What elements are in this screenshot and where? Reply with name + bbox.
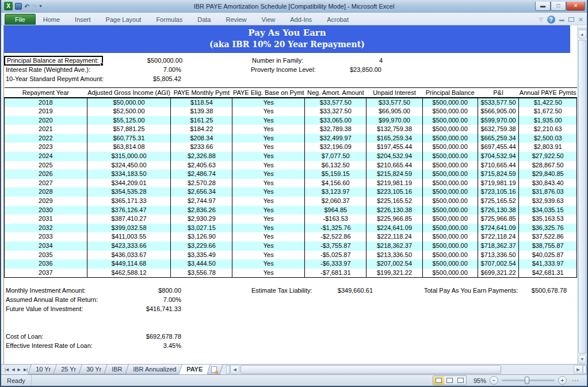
summary-label[interactable]: Monthly Investment Amount: bbox=[4, 287, 136, 294]
cell[interactable]: $66,905.00 bbox=[366, 107, 422, 116]
cell[interactable]: Yes bbox=[232, 143, 305, 152]
maximize-button[interactable]: □ bbox=[551, 2, 566, 11]
cell[interactable]: Yes bbox=[232, 259, 305, 269]
cell[interactable]: $33,577.50 bbox=[305, 98, 366, 108]
minimize-button[interactable]: ▬ bbox=[535, 2, 551, 11]
cell[interactable]: $500,000.00 bbox=[422, 116, 478, 125]
cell[interactable]: $208.34 bbox=[171, 134, 232, 143]
cell[interactable]: 2034 bbox=[5, 242, 87, 251]
scroll-up-icon[interactable]: ▲ bbox=[578, 30, 586, 39]
cell[interactable]: $399,032.58 bbox=[87, 224, 171, 233]
redo-icon[interactable]: ↷ bbox=[32, 2, 37, 10]
cell[interactable]: 2029 bbox=[5, 197, 87, 206]
cell[interactable]: $724,641.09 bbox=[478, 224, 518, 233]
workbook-restore-icon[interactable] bbox=[568, 17, 574, 22]
active-cell-selection[interactable]: Principal Balance at Repayment: bbox=[4, 56, 103, 66]
info-label[interactable]: Principal Balance at Repayment: bbox=[5, 57, 99, 64]
cell[interactable]: $204,532.94 bbox=[366, 152, 422, 161]
cell[interactable]: Yes bbox=[232, 98, 305, 108]
ribbon-tab-page-layout[interactable]: Page Layout bbox=[98, 14, 149, 25]
cell[interactable]: $32,789.38 bbox=[305, 125, 366, 134]
info-value[interactable]: $500,000.00 bbox=[103, 57, 182, 64]
cell[interactable]: $462,588.12 bbox=[87, 269, 171, 278]
summary-value[interactable]: 7.00% bbox=[136, 296, 181, 303]
horizontal-scroll-thumb[interactable] bbox=[240, 365, 501, 374]
column-header[interactable]: Adjusted Gross Income (AGI) bbox=[87, 88, 171, 98]
cell[interactable]: $3,229.66 bbox=[171, 242, 232, 251]
summary-label[interactable]: Total Pay As You Earn Payments: bbox=[422, 287, 513, 294]
cell[interactable]: Yes bbox=[232, 134, 305, 143]
cell[interactable]: $500,000.00 bbox=[422, 197, 478, 206]
cell[interactable]: $6,132.50 bbox=[305, 161, 366, 170]
cell[interactable]: -$2,522.86 bbox=[305, 232, 366, 242]
cell[interactable]: $99,970.00 bbox=[366, 116, 422, 125]
cell[interactable]: $500,000.00 bbox=[422, 161, 478, 170]
cell[interactable]: Yes bbox=[232, 125, 305, 134]
cell[interactable]: $500,000.00 bbox=[422, 259, 478, 269]
cell[interactable]: $27,922.50 bbox=[519, 152, 577, 161]
cell[interactable]: $161.25 bbox=[171, 116, 232, 125]
normal-view-button[interactable] bbox=[433, 376, 444, 385]
cell[interactable]: $118.54 bbox=[171, 98, 232, 108]
banner-subtitle[interactable]: (aka IBR 10% 20 Year Repayment) bbox=[4, 39, 570, 50]
cell[interactable]: -$5,025.87 bbox=[305, 251, 366, 260]
split-handle[interactable] bbox=[578, 25, 587, 29]
summary-value[interactable]: 3.45% bbox=[136, 342, 181, 349]
cell[interactable]: $1,672.50 bbox=[519, 107, 577, 116]
cell[interactable]: $40,025.87 bbox=[519, 251, 577, 260]
scroll-down-icon[interactable]: ▼ bbox=[578, 355, 586, 363]
cell[interactable]: $28,867.50 bbox=[519, 161, 577, 170]
cell[interactable]: $2,836.26 bbox=[171, 206, 232, 215]
cell[interactable]: $37,522.86 bbox=[519, 232, 577, 242]
cell[interactable]: $35,163.53 bbox=[519, 214, 577, 224]
zoom-slider[interactable] bbox=[502, 380, 555, 381]
cell[interactable]: $199,321.22 bbox=[366, 269, 422, 278]
cell[interactable]: Yes bbox=[232, 242, 305, 251]
cell[interactable]: $500,000.00 bbox=[422, 134, 478, 143]
cell[interactable]: Yes bbox=[232, 251, 305, 260]
cell[interactable]: $3,556.78 bbox=[171, 269, 232, 278]
cell[interactable]: 2030 bbox=[5, 206, 87, 215]
horizontal-scrollbar[interactable]: ◀ ▶ bbox=[226, 365, 587, 374]
cell[interactable]: $1,422.50 bbox=[519, 98, 577, 108]
cell[interactable]: $29,840.85 bbox=[519, 170, 577, 179]
cell[interactable]: -$163.53 bbox=[305, 214, 366, 224]
cell[interactable]: $3,444.50 bbox=[171, 259, 232, 269]
info-label[interactable]: Proverty Income Level: bbox=[249, 66, 323, 73]
column-header[interactable]: Neg. Amort. Amount bbox=[305, 88, 366, 98]
cell[interactable]: $500,000.00 bbox=[422, 179, 478, 188]
cell[interactable]: $436,033.67 bbox=[87, 251, 171, 260]
cell[interactable]: Yes bbox=[232, 197, 305, 206]
cell[interactable]: $500,000.00 bbox=[422, 269, 478, 278]
cell[interactable]: -$3,755.87 bbox=[305, 242, 366, 251]
cell[interactable]: $165,259.34 bbox=[366, 134, 422, 143]
cell[interactable]: 2024 bbox=[5, 152, 87, 161]
column-header[interactable]: Unpaid Interest bbox=[366, 88, 422, 98]
cell[interactable]: $60,775.31 bbox=[87, 134, 171, 143]
cell[interactable]: $632,759.38 bbox=[478, 125, 518, 134]
scroll-right-icon[interactable]: ▶ bbox=[574, 365, 583, 374]
cell[interactable]: $423,333.66 bbox=[87, 242, 171, 251]
summary-value[interactable]: $800.00 bbox=[136, 287, 181, 294]
cell[interactable]: $225,966.85 bbox=[366, 214, 422, 224]
page-break-view-button[interactable] bbox=[455, 376, 466, 385]
scroll-left-icon[interactable]: ◀ bbox=[230, 365, 239, 374]
cell[interactable]: $2,930.29 bbox=[171, 214, 232, 224]
cell[interactable]: $344,209.01 bbox=[87, 179, 171, 188]
cell[interactable]: $449,114.68 bbox=[87, 259, 171, 269]
cell[interactable]: $63,814.08 bbox=[87, 143, 171, 152]
cell[interactable]: 2021 bbox=[5, 125, 87, 134]
cell[interactable]: $50,000.00 bbox=[87, 98, 171, 108]
cell[interactable]: $2,326.88 bbox=[171, 152, 232, 161]
cell[interactable]: 2022 bbox=[5, 134, 87, 143]
summary-label[interactable]: Effective Interest Rate of Loan: bbox=[4, 342, 136, 349]
cell[interactable]: $2,744.97 bbox=[171, 197, 232, 206]
cell[interactable]: $215,824.59 bbox=[366, 170, 422, 179]
zoom-in-button[interactable]: + bbox=[558, 376, 567, 385]
horizontal-scroll-track[interactable] bbox=[239, 365, 574, 374]
vertical-scroll-track[interactable] bbox=[578, 39, 586, 354]
cell[interactable]: $5,159.15 bbox=[305, 170, 366, 179]
info-label[interactable]: Interest Rate (Weighted Ave.): bbox=[4, 66, 136, 73]
close-button[interactable]: ✕ bbox=[566, 2, 585, 11]
column-header[interactable]: Annual PAYE Pymts bbox=[519, 88, 577, 98]
